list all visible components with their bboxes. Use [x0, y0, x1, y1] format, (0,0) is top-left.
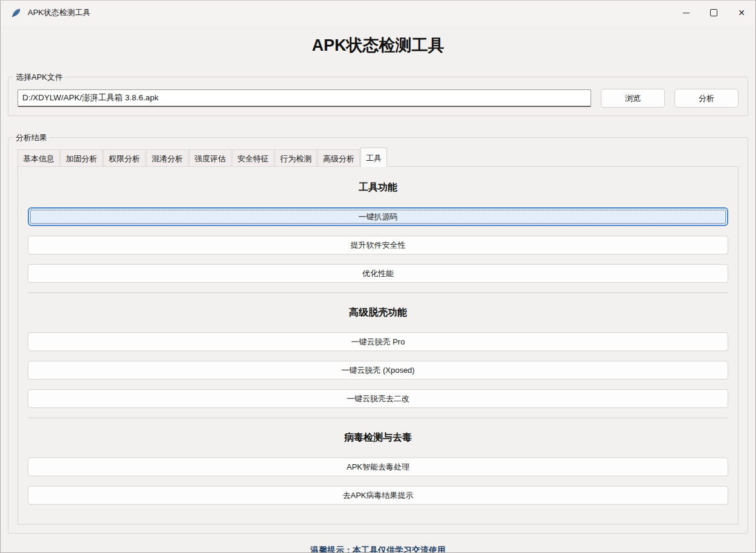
tab-behavior-detection[interactable]: 行为检测: [275, 149, 317, 167]
tools-tab-pane: 工具功能 一键扒源码 提升软件安全性 优化性能 高级脱壳功能 一键云脱壳 Pro…: [18, 166, 738, 525]
app-window: APK状态检测工具 ✕ APK状态检测工具 选择APK文件 浏览 分析 分析结果…: [0, 0, 756, 553]
tab-strength-eval[interactable]: 强度评估: [189, 149, 231, 167]
tab-advanced-analysis[interactable]: 高级分析: [318, 149, 360, 167]
tab-bar: 基本信息 加固分析 权限分析 混淆分析 强度评估 安全特征 行为检测 高级分析 …: [18, 147, 738, 167]
btn-cloud-unpack-pro[interactable]: 一键云脱壳 Pro: [28, 332, 728, 351]
window-title: APK状态检测工具: [28, 7, 91, 18]
file-select-frame: 选择APK文件 浏览 分析: [8, 77, 748, 116]
section-heading-tool-functions: 工具功能: [28, 181, 728, 194]
tab-security-features[interactable]: 安全特征: [232, 149, 274, 167]
browse-button[interactable]: 浏览: [601, 89, 665, 108]
maximize-button[interactable]: [700, 1, 728, 25]
btn-cloud-unpack-xposed[interactable]: 一键云脱壳 (Xposed): [28, 361, 728, 380]
feather-icon: [11, 8, 21, 18]
page-title: APK状态检测工具: [1, 34, 755, 56]
window-controls: ✕: [672, 1, 755, 25]
footer-hint-clipped: 温馨提示：本工具仅供学习交流使用: [1, 545, 755, 552]
tab-permission-analysis[interactable]: 权限分析: [103, 149, 146, 167]
analyze-button[interactable]: 分析: [674, 89, 738, 108]
btn-improve-security[interactable]: 提升软件安全性: [28, 236, 728, 254]
btn-grab-source[interactable]: 一键扒源码: [28, 207, 728, 226]
results-label: 分析结果: [13, 132, 50, 143]
close-icon: ✕: [738, 8, 745, 17]
section-separator: [28, 418, 728, 418]
close-button[interactable]: ✕: [728, 1, 755, 25]
file-row: 浏览 分析: [8, 77, 748, 115]
results-frame: 分析结果 基本信息 加固分析 权限分析 混淆分析 强度评估 安全特征 行为检测 …: [8, 137, 748, 534]
btn-optimize-performance[interactable]: 优化性能: [28, 264, 728, 283]
file-select-label: 选择APK文件: [13, 72, 65, 83]
titlebar: APK状态检测工具 ✕: [1, 1, 755, 25]
tab-pack-analysis[interactable]: 加固分析: [60, 149, 103, 167]
section-separator: [28, 293, 728, 293]
apk-path-input[interactable]: [18, 89, 591, 107]
btn-apk-devirus[interactable]: APK智能去毒处理: [28, 458, 728, 476]
minimize-icon: [683, 13, 690, 13]
btn-cloud-unpack-remove-mod[interactable]: 一键云脱壳去二改: [28, 389, 728, 408]
tab-obfuscation-analysis[interactable]: 混淆分析: [146, 149, 188, 167]
tab-basic-info[interactable]: 基本信息: [18, 149, 60, 167]
section-heading-advanced-unpack: 高级脱壳功能: [28, 306, 728, 319]
maximize-icon: [710, 9, 717, 16]
btn-remove-virus-prompt[interactable]: 去APK病毒结果提示: [28, 486, 728, 505]
minimize-button[interactable]: [672, 1, 700, 25]
section-heading-virus-detection: 病毒检测与去毒: [28, 432, 728, 444]
tab-tools[interactable]: 工具: [360, 147, 387, 167]
